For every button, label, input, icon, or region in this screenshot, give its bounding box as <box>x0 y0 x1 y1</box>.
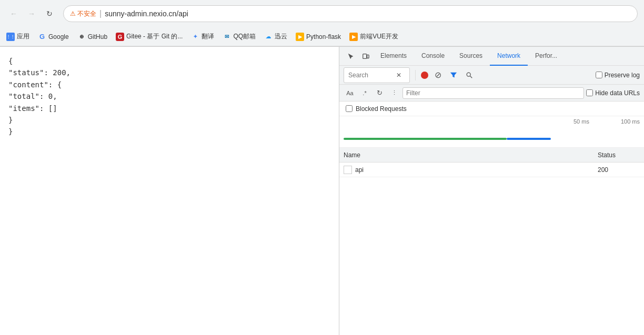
tab-sources[interactable]: Sources <box>452 47 490 66</box>
bookmark-cloud[interactable]: ☁ 迅云 <box>264 32 287 41</box>
device-toolbar-btn[interactable] <box>358 49 373 64</box>
github-label: GitHub <box>88 33 107 40</box>
col-name-header: Name <box>344 151 598 159</box>
qq-icon: ✉ <box>223 33 231 41</box>
search-divider <box>415 70 416 80</box>
table-header: Name Status <box>339 148 644 163</box>
bookmarks-bar: ⋮⋮ 应用 G Google ⊕ GitHub G Gitee - 基于 Git… <box>0 27 644 46</box>
cursor-icon <box>347 53 355 60</box>
translate-icon: ✦ <box>191 33 199 41</box>
tab-console-label: Console <box>421 52 445 59</box>
funnel-icon <box>450 72 457 79</box>
search-input-wrap: ✕ <box>344 67 410 83</box>
security-warning: ⚠ 不安全 <box>70 9 96 18</box>
search-magnify-btn[interactable] <box>463 69 476 82</box>
col-status-header: Status <box>598 151 640 159</box>
flask-icon: ▶ <box>296 33 304 41</box>
bookmark-qq[interactable]: ✉ QQ邮箱 <box>223 32 256 41</box>
vue-icon: ▶ <box>349 33 358 41</box>
blocked-requests-text: Blocked Requests <box>356 105 407 113</box>
json-line-1: { <box>8 55 330 67</box>
network-table: Name Status api 200 <box>339 148 644 335</box>
cloud-icon: ☁ <box>264 33 273 41</box>
timeline-bar-blue <box>507 138 551 140</box>
tab-network[interactable]: Network <box>490 47 528 66</box>
bookmark-google[interactable]: G Google <box>38 33 69 41</box>
blocked-requests-label[interactable]: Blocked Requests <box>346 105 407 113</box>
json-line-7: } <box>8 126 330 137</box>
devtools-panel: Elements Console Sources Network Perfor.… <box>339 47 644 335</box>
json-line-3: "content": { <box>8 79 330 90</box>
tab-performance[interactable]: Perfor... <box>528 47 565 66</box>
hide-data-urls-label[interactable]: Hide data URLs <box>586 89 640 97</box>
url-text: sunny-admin.nexio.cn/api <box>105 9 188 18</box>
hide-data-urls-checkbox[interactable] <box>586 89 593 96</box>
bookmark-apps[interactable]: ⋮⋮ 应用 <box>6 32 29 41</box>
filter-icon-btn[interactable] <box>447 69 460 82</box>
search-close-btn[interactable]: ✕ <box>393 69 405 82</box>
devtools-tab-bar: Elements Console Sources Network Perfor.… <box>339 47 644 66</box>
row-status-200: 200 <box>598 166 640 174</box>
bookmark-vue[interactable]: ▶ 前端VUE开发 <box>349 32 398 41</box>
back-button[interactable]: ← <box>6 6 21 21</box>
network-search-bar: ✕ ⊘ Preserve log <box>339 66 644 85</box>
json-line-2: "status": 200, <box>8 67 330 78</box>
cloud-label: 迅云 <box>275 32 287 41</box>
timeline-label-50ms: 50 ms <box>573 118 589 125</box>
timeline-track <box>344 138 640 141</box>
blocked-requests-checkbox[interactable] <box>346 105 353 112</box>
google-icon: G <box>38 33 46 41</box>
tab-elements-label: Elements <box>380 52 407 59</box>
address-separator: | <box>99 9 102 18</box>
timeline-area: 50 ms 100 ms <box>339 116 644 148</box>
svg-rect-1 <box>367 55 369 58</box>
forward-button[interactable]: → <box>24 6 39 21</box>
bookmark-github[interactable]: ⊕ GitHub <box>77 33 107 41</box>
row-name-api: api <box>355 166 598 174</box>
vue-label: 前端VUE开发 <box>360 32 398 41</box>
timeline-labels: 50 ms 100 ms <box>339 116 644 125</box>
google-label: Google <box>48 33 69 40</box>
svg-point-2 <box>467 73 470 76</box>
refresh-filter-btn[interactable]: ↻ <box>373 87 386 99</box>
bookmark-gitee[interactable]: G Gitee - 基于 Git 的... <box>116 32 183 41</box>
translate-label: 翻译 <box>202 32 214 41</box>
tab-elements[interactable]: Elements <box>373 47 414 66</box>
refresh-button[interactable]: ↻ <box>42 6 57 21</box>
svg-line-3 <box>470 76 472 78</box>
timeline-label-100ms: 100 ms <box>621 118 640 125</box>
bookmark-translate[interactable]: ✦ 翻译 <box>191 32 214 41</box>
aa-btn[interactable]: Aa <box>344 87 356 99</box>
record-button[interactable] <box>421 72 428 79</box>
main-area: { "status": 200, "content": { "total": 0… <box>0 47 644 335</box>
insecure-label: 不安全 <box>77 9 96 18</box>
table-row[interactable]: api 200 <box>339 163 644 177</box>
filter-input-wrap <box>402 87 584 99</box>
preserve-log-label[interactable]: Preserve log <box>596 72 640 79</box>
row-file-icon <box>344 166 352 174</box>
title-bar: ← → ↻ ⚠ 不安全 | sunny-admin.nexio.cn/api <box>0 0 644 27</box>
magnify-icon <box>466 72 473 79</box>
qq-label: QQ邮箱 <box>233 32 256 41</box>
extra-filter-btn[interactable]: ⋮ <box>388 87 400 99</box>
tab-console[interactable]: Console <box>414 47 452 66</box>
apps-label: 应用 <box>17 32 29 41</box>
tab-network-label: Network <box>497 52 520 59</box>
preserve-log-checkbox[interactable] <box>596 72 602 78</box>
json-line-6: } <box>8 114 330 126</box>
search-input[interactable] <box>348 72 390 79</box>
flask-label: Python-flask <box>306 33 341 40</box>
device-icon <box>362 53 369 60</box>
nav-buttons: ← → ↻ <box>6 6 57 21</box>
json-line-4: "total": 0, <box>8 90 330 102</box>
clear-btn[interactable]: ⊘ <box>431 69 444 82</box>
tab-sources-label: Sources <box>459 52 482 59</box>
dot-star-btn[interactable]: .* <box>358 87 371 99</box>
json-line-5: "items": [] <box>8 103 330 114</box>
svg-rect-0 <box>363 54 367 58</box>
timeline-bar-green <box>344 138 507 140</box>
filter-input[interactable] <box>406 89 580 97</box>
bookmark-flask[interactable]: ▶ Python-flask <box>296 33 341 41</box>
inspect-icon-btn[interactable] <box>344 49 358 64</box>
address-bar[interactable]: ⚠ 不安全 | sunny-admin.nexio.cn/api <box>63 5 638 22</box>
